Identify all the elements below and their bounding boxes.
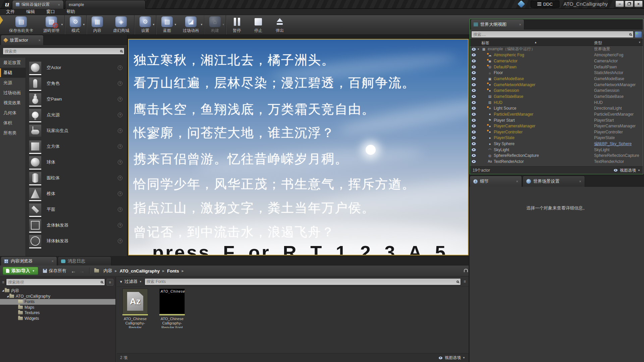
outliner-row[interactable]: ⚑ Player Start PlayerStart (470, 117, 643, 123)
close-icon[interactable]: × (52, 259, 54, 263)
menu-item[interactable]: 编辑 (26, 9, 35, 15)
breadcrumb-item[interactable]: ATO_cnCalligraphy (120, 268, 160, 274)
close-icon[interactable]: × (516, 179, 518, 183)
category-item[interactable]: 体积 (0, 118, 25, 128)
outliner-row[interactable]: ☀ Light Source DirectionalLight (470, 105, 643, 111)
placeable-item[interactable]: 空角色 ? (26, 75, 127, 91)
visibility-eye-icon[interactable] (472, 142, 476, 145)
toolbar-button[interactable]: 弹出 (269, 15, 290, 35)
placeable-item[interactable]: 圆柱体 ? (26, 170, 127, 186)
outliner-row[interactable]: ● PlayerState PlayerState (470, 135, 643, 141)
folder-tree-row[interactable]: Maps (0, 305, 115, 310)
visibility-eye-icon[interactable] (472, 160, 476, 163)
toolbar-button[interactable]: 构建 ▼ (204, 15, 226, 35)
placeable-item[interactable]: 球体 ? (26, 154, 127, 170)
help-icon[interactable]: ? (118, 191, 122, 196)
path-search-box[interactable] (6, 279, 105, 286)
visibility-eye-icon[interactable] (472, 89, 476, 92)
visibility-eye-icon[interactable] (472, 54, 476, 57)
tab-world-settings[interactable]: 世界场景设置 × (523, 176, 585, 187)
placeable-item[interactable]: 点光源 ? (26, 107, 127, 123)
outliner-search-box[interactable] (471, 31, 634, 38)
visibility-eye-icon[interactable] (472, 136, 476, 139)
path-view-button[interactable]: ≡ (107, 279, 113, 286)
folder-tree-row[interactable]: ◢ ATO_cnCalligraphy (0, 294, 115, 299)
toolbar-button[interactable]: 模式 ▼ (64, 15, 86, 35)
visibility-eye-icon[interactable] (472, 48, 476, 51)
save-all-button[interactable]: 保存所有 (43, 268, 66, 274)
outliner-row[interactable]: ☁ Atmospheric Fog AtmosphericFog (470, 52, 643, 58)
folder-tree-row[interactable]: Widgets (0, 316, 115, 321)
placeable-item[interactable]: 立方体 ? (26, 138, 127, 154)
visibility-eye-icon[interactable] (472, 119, 476, 122)
column-header-label[interactable]: 标签 (481, 40, 489, 46)
toolbar-button[interactable]: 源码管理 ▼ (38, 15, 64, 35)
view-options-button[interactable]: 视图选项 ▼ (438, 355, 465, 361)
help-icon[interactable]: ? (118, 160, 122, 165)
tab-place-actors[interactable]: 放置actor × (1, 35, 44, 45)
asset-tile[interactable]: Az ATO_Chinese Calligraphy-Regular (121, 289, 149, 353)
outliner-row[interactable]: ◎ DefaultPawn DefaultPawn (470, 64, 643, 70)
outliner-row[interactable]: ● GameNetworkManager GameNetworkManager (470, 82, 643, 88)
help-icon[interactable]: ? (118, 81, 122, 86)
forward-button[interactable]: → (79, 268, 85, 274)
outliner-row[interactable]: ◎ SphereReflectionCapture SphereReflecti… (470, 153, 643, 159)
placeable-item[interactable]: 椎体 ? (26, 186, 127, 201)
visibility-eye-icon[interactable] (472, 113, 476, 116)
outliner-search-input[interactable] (473, 32, 629, 37)
category-item[interactable]: 几何体 (0, 108, 25, 118)
expander-icon[interactable]: ▾ (476, 48, 480, 51)
category-item[interactable]: 光源 (0, 78, 25, 88)
outliner-row[interactable]: ● PlayerController PlayerController (470, 129, 643, 135)
tab-details[interactable]: i 细节 × (470, 176, 522, 187)
category-item[interactable]: 视觉效果 (0, 98, 25, 108)
ddc-button[interactable]: DDC (531, 1, 559, 8)
column-header-type[interactable]: 类型 (594, 40, 602, 46)
game-viewport[interactable]: 独立寒秋，湘江北去，橘子洲头。看万山红遍，层林尽染；漫江碧透，百舸争流。鹰击长空… (128, 39, 469, 255)
class-search-input[interactable] (5, 49, 120, 54)
sources-toggle-icon[interactable]: ≡ (2, 280, 4, 285)
visibility-eye-icon[interactable] (472, 130, 476, 133)
toolbar-button[interactable]: 保存当前关卡 (4, 15, 38, 35)
class-search-box[interactable] (3, 48, 124, 55)
help-icon[interactable]: ? (118, 239, 122, 243)
menu-item[interactable]: 帮助 (66, 9, 75, 15)
toolbar-button[interactable]: 暂停 (226, 15, 248, 35)
visibility-eye-icon[interactable] (472, 65, 476, 68)
breadcrumb-item[interactable]: Fonts (167, 268, 179, 274)
visibility-eye-icon[interactable] (472, 148, 476, 151)
restore-button[interactable] (625, 1, 633, 7)
visibility-eye-icon[interactable] (472, 101, 476, 104)
category-item[interactable]: 所有类 (0, 128, 25, 138)
back-button[interactable]: ← (71, 268, 76, 274)
toolbar-button[interactable]: 停止 (248, 15, 269, 35)
minimize-button[interactable]: − (615, 1, 624, 7)
outliner-row[interactable]: ● Sky Sphere 编辑BP_Sky_Sphere (470, 141, 643, 147)
help-icon[interactable]: ? (118, 223, 122, 228)
category-item[interactable]: 过场动画 (0, 88, 25, 98)
placeable-item[interactable]: 盒体触发器 ? (26, 217, 127, 233)
visibility-eye-icon[interactable] (472, 95, 476, 98)
outliner-row[interactable]: ▥ HUD HUD (470, 100, 643, 106)
visibility-eye-icon[interactable] (472, 154, 476, 157)
close-button[interactable]: × (634, 1, 643, 7)
outliner-row[interactable]: ▾ ▦ example（编辑器中运行） 世界场景 (470, 46, 643, 52)
help-icon[interactable]: ? (118, 207, 122, 212)
tab-message-log[interactable]: 消息日志 (58, 256, 111, 265)
visibility-eye-icon[interactable] (472, 77, 476, 80)
close-icon[interactable]: × (39, 38, 41, 42)
outliner-row[interactable]: ● GameSession GameSession (470, 87, 643, 94)
sort-ascending-icon[interactable]: ▲ (534, 41, 537, 44)
breadcrumb-item[interactable]: 内容 (104, 268, 112, 274)
window-tab-example[interactable]: example (65, 0, 146, 9)
menu-item[interactable]: 文件 (6, 9, 15, 15)
add-level-icon[interactable] (635, 32, 642, 38)
visibility-eye-icon[interactable] (472, 71, 476, 74)
category-item[interactable]: 基础 (0, 68, 25, 78)
outliner-row[interactable]: ▣ GameModeBase GameModeBase (470, 76, 643, 82)
outliner-row[interactable]: ● ParticleEventManager ParticleEventMana… (470, 111, 643, 117)
outliner-row[interactable]: ▤ GameStateBase GameStateBase (470, 94, 643, 100)
toolbar-button[interactable]: 虚幻商城 (108, 15, 134, 35)
visibility-eye-icon[interactable] (472, 107, 476, 110)
tab-content-browser[interactable]: 内容浏览器 × (1, 256, 57, 265)
